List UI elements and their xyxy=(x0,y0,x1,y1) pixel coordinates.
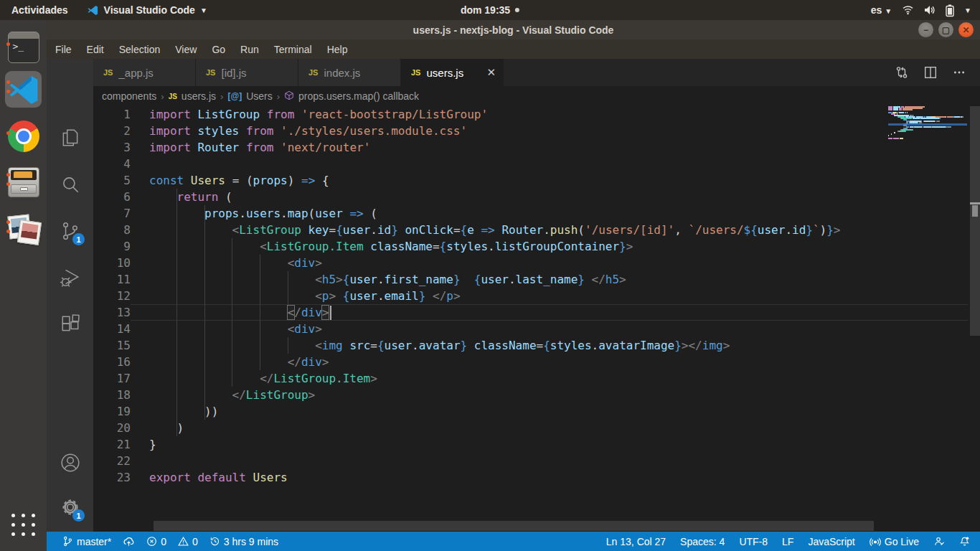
javascript-file-icon: JS xyxy=(308,68,318,77)
tab-indexjs[interactable]: JSindex.js xyxy=(298,59,401,86)
code-line: 21} xyxy=(93,436,980,453)
code-line: 23export default Users xyxy=(93,469,980,486)
menu-view[interactable]: View xyxy=(175,44,197,55)
horizontal-scrollbar[interactable] xyxy=(154,521,874,531)
tab-idjs[interactable]: JS[id].js xyxy=(196,59,298,86)
overview-ruler-cursor xyxy=(970,202,980,204)
status-go-live[interactable]: Go Live xyxy=(870,536,919,547)
system-menu-chevron-icon[interactable]: ▼ xyxy=(964,6,971,14)
keyboard-layout-indicator[interactable]: es ▼ xyxy=(871,4,892,16)
status-warning-icon xyxy=(178,536,189,547)
clock-text: dom 19:35 xyxy=(461,4,510,16)
more-actions-icon[interactable] xyxy=(953,66,966,79)
menu-selection[interactable]: Selection xyxy=(119,44,161,55)
code-line: 19 )) xyxy=(93,403,980,420)
tab-usersjs[interactable]: JSusers.js✕ xyxy=(401,59,504,86)
code-line: 6 return ( xyxy=(93,189,980,205)
menu-go[interactable]: Go xyxy=(212,44,225,55)
code-text: import ListGroup from 'react-bootstrap/L… xyxy=(131,106,488,123)
status-eol[interactable]: LF xyxy=(782,536,793,547)
tabs: JS_app.jsJS[id].jsJSindex.jsJSusers.js✕ xyxy=(93,59,504,86)
status-notifications[interactable] xyxy=(959,536,970,547)
tab-appjs[interactable]: JS_app.js xyxy=(93,59,196,86)
status-label: 0 xyxy=(161,536,166,547)
code-text: export default Users xyxy=(131,469,288,486)
menu-bar: FileEditSelectionViewGoRunTerminalHelp xyxy=(47,39,980,59)
editor[interactable]: 1import ListGroup from 'react-bootstrap/… xyxy=(93,106,980,532)
compare-changes-icon[interactable] xyxy=(895,66,908,79)
dock-item-file-cabinet[interactable] xyxy=(5,164,42,200)
status-encoding[interactable]: UTF-8 xyxy=(739,536,768,547)
close-button[interactable]: ✕ xyxy=(958,22,974,37)
menu-terminal[interactable]: Terminal xyxy=(274,44,312,55)
status-time-tracker[interactable]: 3 hrs 9 mins xyxy=(209,536,278,547)
vertical-scrollbar[interactable] xyxy=(970,106,980,532)
status-indentation[interactable]: Spaces: 4 xyxy=(680,536,725,547)
status-cloud-upload-icon xyxy=(123,536,135,547)
running-indicator-dot xyxy=(6,42,10,46)
line-number: 1 xyxy=(93,106,131,123)
minimize-button[interactable]: − xyxy=(918,22,933,37)
status-bell-icon xyxy=(959,536,970,547)
status-label: JavaScript xyxy=(808,536,854,547)
status-git-branch[interactable]: master* xyxy=(62,536,111,547)
code-text: import Router from 'next/router' xyxy=(131,139,370,156)
code-text: const Users = (props) => { xyxy=(131,172,329,189)
code-area[interactable]: 1import ListGroup from 'react-bootstrap/… xyxy=(93,106,980,486)
tab-close-icon[interactable]: ✕ xyxy=(486,66,496,79)
source-control-badge: 1 xyxy=(72,233,85,245)
search-icon[interactable] xyxy=(60,174,81,195)
code-text xyxy=(131,156,149,172)
status-broadcast-icon xyxy=(870,536,881,547)
breadcrumb-item[interactable]: props.users.map() callback xyxy=(298,90,419,102)
status-warnings[interactable]: 0 xyxy=(178,536,198,547)
code-text: <ListGroup key={user.id} onClick={e => R… xyxy=(131,222,840,238)
dock-item-vscode[interactable] xyxy=(5,71,42,108)
menu-edit[interactable]: Edit xyxy=(87,44,104,55)
breadcrumb-separator-icon: › xyxy=(220,91,223,102)
running-indicator-dot xyxy=(6,220,10,224)
status-sync-changes[interactable] xyxy=(123,536,135,547)
line-number: 10 xyxy=(93,255,131,271)
activities-button[interactable]: Actividades xyxy=(11,4,68,16)
active-app-menu[interactable]: Visual Studio Code ▼ xyxy=(87,4,207,17)
minimap[interactable] xyxy=(888,106,967,139)
run-debug-icon[interactable] xyxy=(60,267,81,288)
breadcrumb-item[interactable]: components xyxy=(102,90,156,102)
code-line: 13 </div> xyxy=(93,304,980,321)
status-feedback[interactable] xyxy=(933,536,945,547)
breadcrumb-item[interactable]: Users xyxy=(246,90,273,102)
dock-item-terminal[interactable]: >_ xyxy=(5,29,42,65)
status-label: UTF-8 xyxy=(739,536,768,547)
status-bar-right: Ln 13, Col 27Spaces: 4UTF-8LFJavaScriptG… xyxy=(606,536,980,547)
breadcrumb-item[interactable]: users.js xyxy=(182,90,216,102)
tab-label: users.js xyxy=(426,67,463,79)
menu-help[interactable]: Help xyxy=(327,44,348,55)
vertical-scrollbar-handle[interactable] xyxy=(970,106,980,336)
show-applications-button[interactable] xyxy=(11,514,36,536)
bracket-match-close xyxy=(321,305,329,320)
status-errors[interactable]: 0 xyxy=(146,536,166,547)
dock-item-chrome[interactable] xyxy=(5,118,42,154)
extensions-icon[interactable] xyxy=(60,314,81,335)
window-title-bar[interactable]: users.js - nextjs-blog - Visual Studio C… xyxy=(47,20,980,39)
maximize-button[interactable]: ▢ xyxy=(938,22,953,37)
status-bar-left: master*003 hrs 9 mins xyxy=(47,536,278,547)
dock-indicator-dots xyxy=(6,131,10,135)
dock-item-image-viewer[interactable] xyxy=(5,211,42,248)
dock-indicator-dots xyxy=(6,173,10,186)
explorer-icon[interactable] xyxy=(60,127,81,149)
status-cursor-position[interactable]: Ln 13, Col 27 xyxy=(606,536,666,547)
split-editor-icon[interactable] xyxy=(924,66,937,79)
code-line: 22 xyxy=(93,453,980,469)
account-icon[interactable] xyxy=(60,452,81,474)
status-language-mode[interactable]: JavaScript xyxy=(808,536,854,547)
code-line: 14 <div> xyxy=(93,321,980,337)
running-indicator-dot xyxy=(6,80,10,84)
menu-run[interactable]: Run xyxy=(240,44,259,55)
tab-label: _app.js xyxy=(118,67,153,79)
code-line: 7 props.users.map(user => ( xyxy=(93,205,980,222)
menu-file[interactable]: File xyxy=(55,44,72,55)
clock[interactable]: dom 19:35 xyxy=(461,4,519,16)
running-indicator-dot xyxy=(6,230,10,233)
